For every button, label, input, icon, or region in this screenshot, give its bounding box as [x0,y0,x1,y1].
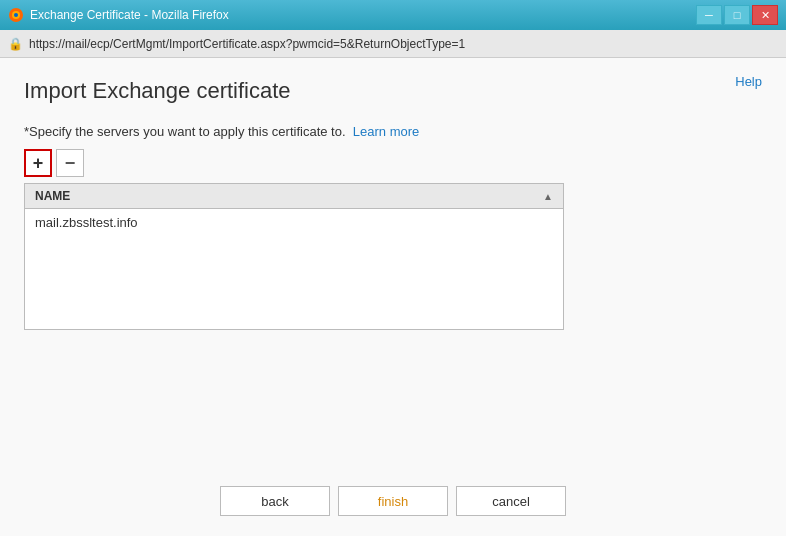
title-bar-buttons: ─ □ ✕ [696,5,778,25]
svg-point-2 [14,13,18,17]
back-button[interactable]: back [220,486,330,516]
instruction-text: *Specify the servers you want to apply t… [24,124,762,139]
bottom-buttons: back finish cancel [0,486,786,516]
title-bar: Exchange Certificate - Mozilla Firefox ─… [0,0,786,30]
table-row[interactable]: mail.zbssltest.info [25,209,563,236]
content-area: Help Import Exchange certificate *Specif… [0,58,786,536]
cancel-button[interactable]: cancel [456,486,566,516]
restore-button[interactable]: □ [724,5,750,25]
close-button[interactable]: ✕ [752,5,778,25]
add-server-button[interactable]: + [24,149,52,177]
table-column-name: NAME [35,189,70,203]
remove-server-button[interactable]: − [56,149,84,177]
finish-button[interactable]: finish [338,486,448,516]
title-bar-left: Exchange Certificate - Mozilla Firefox [8,7,229,23]
minimize-button[interactable]: ─ [696,5,722,25]
window-title: Exchange Certificate - Mozilla Firefox [30,8,229,22]
scroll-up-arrow[interactable]: ▲ [543,191,553,202]
address-url: https://mail/ecp/CertMgmt/ImportCertific… [29,37,778,51]
lock-icon: 🔒 [8,37,23,51]
page-title: Import Exchange certificate [24,78,762,104]
learn-more-link[interactable]: Learn more [353,124,419,139]
help-link[interactable]: Help [735,74,762,89]
firefox-icon [8,7,24,23]
address-bar: 🔒 https://mail/ecp/CertMgmt/ImportCertif… [0,30,786,58]
instruction-static: *Specify the servers you want to apply t… [24,124,346,139]
table-header: NAME ▲ [25,184,563,209]
server-table: NAME ▲ mail.zbssltest.info [24,183,564,330]
toolbar-buttons: + − [24,149,762,177]
table-body: mail.zbssltest.info [25,209,563,329]
